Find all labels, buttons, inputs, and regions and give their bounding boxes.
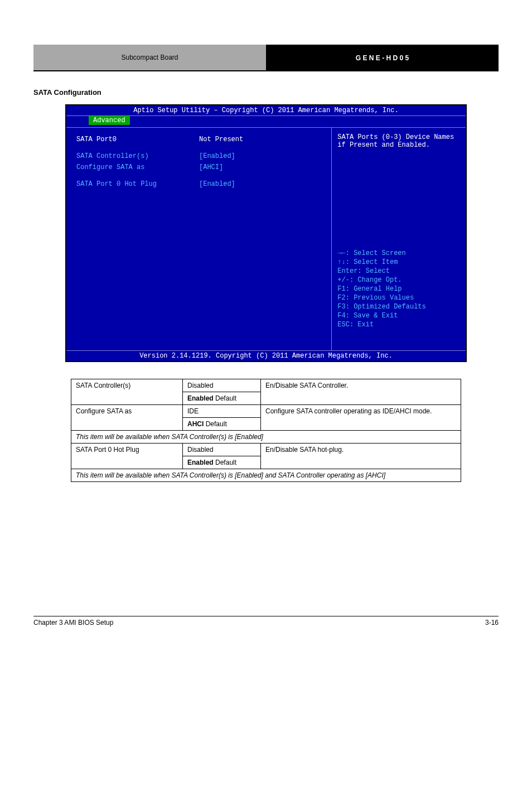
- bios-item-label: Configure SATA as: [76, 163, 199, 171]
- option-name: Configure SATA as: [71, 405, 183, 431]
- bios-footer: Version 2.14.1219. Copyright (C) 2011 Am…: [66, 350, 466, 361]
- bios-hint: F2: Previous Values: [337, 294, 460, 302]
- header-left: Subcompact Board: [33, 45, 266, 71]
- section-heading: SATA Configuration: [33, 88, 499, 97]
- bios-item[interactable]: SATA Port0 Not Present: [76, 136, 321, 143]
- option-name: SATA Port 0 Hot Plug: [71, 444, 183, 469]
- option-desc: En/Disable SATA Controller.: [261, 379, 461, 405]
- table-row: SATA Controller(s) Disabled En/Disable S…: [71, 379, 461, 392]
- bios-item-value: [AHCI]: [199, 163, 277, 171]
- bios-screenshot: Aptio Setup Utility – Copyright (C) 2011…: [65, 104, 467, 362]
- header-right: G E N E - H D 0 5: [266, 45, 499, 71]
- footer-left: Chapter 3 AMI BIOS Setup: [33, 619, 113, 626]
- option-desc: En/Disable SATA hot-plug.: [261, 444, 461, 469]
- bios-item-value: [Enabled]: [199, 180, 277, 188]
- option-choice-default: Enabled Default: [183, 392, 261, 405]
- bios-key-hints: →←: Select Screen ↑↓: Select Item Enter:…: [337, 249, 460, 329]
- bios-item-label: SATA Controller(s): [76, 152, 199, 160]
- bios-tabs: Advanced: [66, 116, 466, 127]
- option-choice: IDE: [183, 405, 261, 418]
- bios-help-text: SATA Ports (0-3) Device Names if Present…: [337, 133, 460, 149]
- bios-hint: +/-: Change Opt.: [337, 276, 460, 284]
- bios-item-value: [Enabled]: [199, 152, 277, 160]
- footer-right: 3-16: [485, 619, 499, 626]
- option-choice: Disabled: [183, 444, 261, 456]
- bios-item-value: Not Present: [199, 136, 277, 143]
- option-choice-default: AHCI Default: [183, 418, 261, 431]
- option-name: SATA Controller(s): [71, 379, 183, 405]
- page-header: Subcompact Board G E N E - H D 0 5: [33, 45, 499, 71]
- option-desc: Configure SATA controller operating as I…: [261, 405, 461, 431]
- bios-title: Aptio Setup Utility – Copyright (C) 2011…: [66, 105, 466, 116]
- bios-hint: F1: General Help: [337, 285, 460, 293]
- options-table: SATA Controller(s) Disabled En/Disable S…: [71, 379, 461, 482]
- bios-item[interactable]: SATA Port 0 Hot Plug [Enabled]: [76, 180, 321, 188]
- bios-item-label: SATA Port 0 Hot Plug: [76, 180, 199, 188]
- bios-tab-advanced[interactable]: Advanced: [89, 116, 130, 125]
- bios-hint: F4: Save & Exit: [337, 312, 460, 320]
- table-note: This item will be available when SATA Co…: [71, 431, 461, 444]
- bios-hint: F3: Optimized Defaults: [337, 303, 460, 311]
- bios-item[interactable]: SATA Controller(s) [Enabled]: [76, 152, 321, 160]
- bios-hint: ↑↓: Select Item: [337, 258, 460, 266]
- bios-hint: ESC: Exit: [337, 321, 460, 329]
- page-footer: Chapter 3 AMI BIOS Setup 3-16: [33, 616, 499, 626]
- bios-help-pane: SATA Ports (0-3) Device Names if Present…: [332, 128, 466, 350]
- table-row: Configure SATA as IDE Configure SATA con…: [71, 405, 461, 418]
- table-note: This item will be available when SATA Co…: [71, 469, 461, 482]
- bios-items-pane: SATA Port0 Not Present SATA Controller(s…: [66, 128, 332, 350]
- bios-item[interactable]: Configure SATA as [AHCI]: [76, 163, 321, 171]
- bios-item-label: SATA Port0: [76, 136, 199, 143]
- option-choice: Disabled: [183, 379, 261, 392]
- bios-hint: Enter: Select: [337, 267, 460, 275]
- table-row: SATA Port 0 Hot Plug Disabled En/Disable…: [71, 444, 461, 456]
- option-choice-default: Enabled Default: [183, 456, 261, 469]
- bios-hint: →←: Select Screen: [337, 249, 460, 257]
